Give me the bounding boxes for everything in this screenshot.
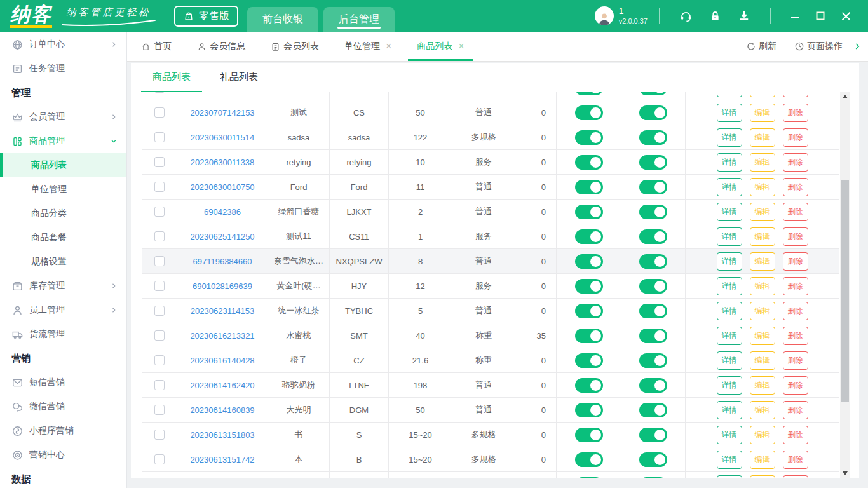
show-toggle[interactable] bbox=[639, 205, 667, 219]
product-code-link[interactable]: 20230616213321 bbox=[190, 331, 254, 341]
edit-button[interactable]: 编辑 bbox=[750, 252, 775, 271]
show-toggle[interactable] bbox=[639, 279, 667, 294]
delete-button[interactable]: 删除 bbox=[783, 401, 808, 419]
delete-button[interactable]: 删除 bbox=[783, 426, 808, 444]
onsale-toggle[interactable] bbox=[575, 254, 603, 269]
show-toggle[interactable] bbox=[639, 403, 667, 417]
show-toggle[interactable] bbox=[639, 105, 667, 120]
page-tab[interactable]: 会员列表 bbox=[271, 32, 319, 61]
close-button[interactable] bbox=[841, 11, 851, 22]
tab-close-icon[interactable]: × bbox=[458, 41, 464, 51]
detail-button[interactable]: 详情 bbox=[717, 327, 742, 345]
detail-button[interactable]: 详情 bbox=[717, 92, 742, 97]
onsale-toggle[interactable] bbox=[575, 477, 603, 478]
sidebar-item[interactable]: 短信营销 bbox=[0, 370, 126, 395]
onsale-toggle[interactable] bbox=[575, 92, 603, 95]
detail-button[interactable]: 详情 bbox=[717, 153, 742, 172]
product-code-link[interactable]: 20230630011514 bbox=[191, 133, 254, 142]
page-tab[interactable]: 单位管理 × bbox=[344, 32, 391, 61]
onsale-toggle[interactable] bbox=[575, 279, 603, 294]
show-toggle[interactable] bbox=[639, 229, 667, 244]
edit-button[interactable]: 编辑 bbox=[750, 128, 775, 147]
row-checkbox[interactable] bbox=[154, 330, 165, 341]
delete-button[interactable]: 删除 bbox=[783, 451, 808, 469]
page-actions-button[interactable]: 页面操作 bbox=[794, 41, 843, 52]
edit-button[interactable]: 编辑 bbox=[750, 178, 775, 196]
panel-tab[interactable]: 商品列表 bbox=[146, 71, 197, 92]
delete-button[interactable]: 删除 bbox=[783, 252, 808, 271]
show-toggle[interactable] bbox=[639, 428, 667, 442]
page-tab[interactable]: 商品列表 × bbox=[417, 32, 464, 61]
sidebar-item[interactable]: 营销中心 bbox=[0, 443, 126, 467]
detail-button[interactable]: 详情 bbox=[717, 302, 742, 320]
edit-button[interactable]: 编辑 bbox=[750, 351, 775, 370]
row-checkbox[interactable] bbox=[154, 306, 165, 316]
delete-button[interactable]: 删除 bbox=[783, 277, 808, 295]
edit-button[interactable]: 编辑 bbox=[750, 475, 775, 478]
onsale-toggle[interactable] bbox=[575, 403, 603, 417]
delete-button[interactable]: 删除 bbox=[783, 153, 808, 172]
refresh-button[interactable]: 刷新 bbox=[746, 41, 776, 52]
onsale-toggle[interactable] bbox=[575, 304, 603, 318]
sidebar-item[interactable]: 订单中心 bbox=[0, 32, 126, 57]
detail-button[interactable]: 详情 bbox=[717, 277, 742, 295]
sidebar-subitem[interactable]: 单位管理 bbox=[0, 177, 126, 201]
detail-button[interactable]: 详情 bbox=[717, 227, 742, 246]
row-checkbox[interactable] bbox=[154, 281, 165, 291]
show-toggle[interactable] bbox=[639, 254, 667, 269]
detail-button[interactable]: 详情 bbox=[717, 351, 742, 370]
delete-button[interactable]: 删除 bbox=[783, 376, 808, 395]
onsale-toggle[interactable] bbox=[575, 378, 603, 393]
row-checkbox[interactable] bbox=[154, 231, 165, 241]
onsale-toggle[interactable] bbox=[575, 155, 603, 170]
delete-button[interactable]: 删除 bbox=[783, 203, 808, 221]
delete-button[interactable]: 删除 bbox=[783, 128, 808, 147]
show-toggle[interactable] bbox=[639, 155, 667, 170]
product-code-link[interactable]: 20230613151742 bbox=[190, 455, 254, 464]
support-icon[interactable] bbox=[679, 10, 693, 23]
edit-button[interactable]: 编辑 bbox=[750, 376, 775, 395]
download-icon[interactable] bbox=[738, 10, 750, 22]
avatar[interactable] bbox=[595, 6, 614, 25]
show-toggle[interactable] bbox=[639, 92, 667, 95]
row-checkbox[interactable] bbox=[154, 92, 165, 93]
row-checkbox[interactable] bbox=[154, 430, 165, 440]
delete-button[interactable]: 删除 bbox=[783, 351, 808, 370]
product-code-link[interactable]: 20230707142153 bbox=[190, 108, 254, 118]
edit-button[interactable]: 编辑 bbox=[750, 227, 775, 246]
delete-button[interactable]: 删除 bbox=[783, 178, 808, 196]
sidebar-item[interactable]: 小程序营销 bbox=[0, 419, 126, 443]
product-code-link[interactable]: 20230613151803 bbox=[190, 430, 254, 440]
sidebar-item[interactable]: 库存管理 bbox=[0, 274, 126, 298]
delete-button[interactable]: 删除 bbox=[783, 92, 808, 97]
edit-button[interactable]: 编辑 bbox=[750, 203, 775, 221]
sidebar-subitem[interactable]: 商品列表 bbox=[0, 153, 126, 177]
onsale-toggle[interactable] bbox=[575, 329, 603, 343]
scroll-down-arrow-icon[interactable] bbox=[840, 469, 850, 478]
delete-button[interactable]: 删除 bbox=[783, 475, 808, 478]
detail-button[interactable]: 详情 bbox=[717, 252, 742, 271]
show-toggle[interactable] bbox=[639, 378, 667, 393]
row-checkbox[interactable] bbox=[154, 157, 165, 167]
row-checkbox[interactable] bbox=[154, 380, 165, 390]
sidebar-subitem[interactable]: 规格设置 bbox=[0, 250, 126, 274]
row-checkbox[interactable] bbox=[154, 107, 165, 118]
detail-button[interactable]: 详情 bbox=[717, 475, 742, 478]
show-toggle[interactable] bbox=[639, 304, 667, 318]
panel-tab[interactable]: 礼品列表 bbox=[214, 71, 264, 92]
page-tab[interactable]: 会员信息 bbox=[197, 32, 245, 61]
product-code-link[interactable]: 69042386 bbox=[204, 207, 241, 217]
sidebar-item[interactable]: 员工管理 bbox=[0, 298, 126, 322]
onsale-toggle[interactable] bbox=[575, 180, 603, 194]
edit-button[interactable]: 编辑 bbox=[750, 153, 775, 172]
row-checkbox[interactable] bbox=[154, 405, 165, 415]
detail-button[interactable]: 详情 bbox=[717, 426, 742, 444]
minimize-button[interactable] bbox=[790, 11, 800, 21]
product-code-link[interactable]: 20230630011338 bbox=[191, 158, 254, 167]
onsale-toggle[interactable] bbox=[575, 452, 603, 467]
edit-button[interactable]: 编辑 bbox=[750, 451, 775, 469]
show-toggle[interactable] bbox=[639, 477, 667, 478]
onsale-toggle[interactable] bbox=[575, 205, 603, 219]
onsale-toggle[interactable] bbox=[575, 105, 603, 120]
product-code-link[interactable]: 6971196384660 bbox=[193, 257, 252, 266]
